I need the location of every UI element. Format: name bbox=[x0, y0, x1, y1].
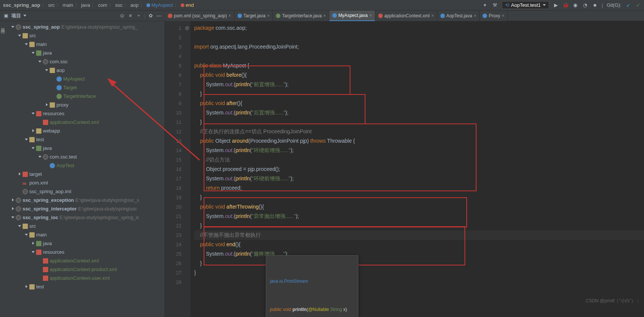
tree-toggle-icon[interactable] bbox=[17, 172, 22, 177]
tree-toggle-icon[interactable] bbox=[51, 94, 56, 99]
settings-icon[interactable]: ✿ bbox=[148, 13, 154, 19]
tree-node[interactable]: applicationContext.xml bbox=[8, 118, 164, 126]
tree-toggle-icon[interactable] bbox=[17, 224, 22, 229]
close-icon[interactable]: × bbox=[502, 13, 504, 18]
code-line[interactable]: } bbox=[194, 259, 644, 268]
profile-icon[interactable]: ◔ bbox=[582, 2, 588, 8]
tree-toggle-icon[interactable] bbox=[31, 129, 35, 133]
code-line[interactable]: public void after(){ bbox=[194, 99, 644, 108]
run-icon[interactable]: ▶ bbox=[553, 2, 559, 8]
code-line[interactable]: System.out.(println("环绕前增强......"); bbox=[194, 174, 644, 183]
debug-icon[interactable]: 🐞 bbox=[563, 2, 569, 8]
tree-toggle-icon[interactable] bbox=[44, 163, 49, 168]
tree-node[interactable]: ssc_spring_exceptionE:\gitee\java-study\… bbox=[8, 196, 164, 204]
tree-node[interactable]: ssc_spring_aop.iml bbox=[8, 187, 164, 196]
close-icon[interactable]: × bbox=[323, 13, 326, 18]
close-icon[interactable]: × bbox=[473, 13, 476, 18]
code-line[interactable] bbox=[194, 52, 644, 61]
tree-toggle-icon[interactable] bbox=[51, 77, 56, 81]
tree-toggle-icon[interactable] bbox=[31, 250, 35, 255]
tree-node[interactable]: aop bbox=[8, 66, 164, 75]
tree-toggle-icon[interactable] bbox=[17, 181, 22, 185]
tree-node[interactable]: resources bbox=[8, 109, 164, 118]
code-line[interactable]: public void end(){ bbox=[194, 240, 644, 249]
tree-node[interactable]: AopTest bbox=[8, 161, 164, 170]
tree-node[interactable]: resources bbox=[8, 248, 164, 256]
tree-node[interactable]: test bbox=[8, 135, 164, 144]
tree-node[interactable]: main bbox=[8, 230, 164, 239]
editor-tab[interactable]: AopTest.java× bbox=[437, 11, 480, 21]
tree-toggle-icon[interactable] bbox=[24, 42, 29, 47]
code-line[interactable]: public Object around(ProceedingJoinPoint… bbox=[194, 136, 644, 146]
code-line[interactable]: } bbox=[194, 117, 644, 127]
run-config-selector[interactable]: ⟲ AopTest.test1 bbox=[502, 1, 549, 9]
tree-toggle-icon[interactable] bbox=[17, 34, 22, 38]
code-line[interactable]: Object proceed = pjp.proceed(); bbox=[194, 165, 644, 174]
tree-node[interactable]: TargetInterface bbox=[8, 92, 164, 101]
code-line[interactable]: System.out.(println("环绕前增强......"); bbox=[194, 146, 644, 155]
stop-icon[interactable]: ■ bbox=[592, 2, 598, 8]
code-editor[interactable]: 1234567891011121314151617181920212223242… bbox=[165, 21, 644, 317]
tree-toggle-icon[interactable] bbox=[44, 68, 49, 73]
hammer-icon[interactable]: ⚒ bbox=[492, 2, 498, 8]
code-line[interactable] bbox=[194, 277, 644, 287]
tree-toggle-icon[interactable] bbox=[11, 207, 15, 211]
tree-toggle-icon[interactable] bbox=[24, 233, 29, 237]
tree-node[interactable]: src bbox=[8, 222, 164, 230]
code-area[interactable]: package com.ssc.aop; import org.aspectj.… bbox=[190, 21, 644, 317]
close-icon[interactable]: × bbox=[431, 13, 434, 18]
side-tool-stripe[interactable]: 项目 结构 bbox=[0, 21, 8, 317]
tree-toggle-icon[interactable] bbox=[24, 285, 29, 289]
tree-node[interactable]: com.ssc.test bbox=[8, 152, 164, 161]
code-line[interactable]: //切点方法 bbox=[194, 155, 644, 165]
tree-node[interactable]: applicationContext-user.xml bbox=[8, 274, 164, 282]
tree-toggle-icon[interactable] bbox=[38, 267, 42, 272]
code-line[interactable]: System.out.(println("最终增强......"); bbox=[194, 249, 644, 259]
tree-node[interactable]: java bbox=[8, 144, 164, 152]
code-line[interactable]: System.out.(println("前置增强......"); bbox=[194, 80, 644, 89]
tree-node[interactable]: MyAspect bbox=[8, 75, 164, 83]
tree-toggle-icon[interactable] bbox=[31, 51, 35, 55]
editor-tab[interactable]: applicationContext.xml× bbox=[375, 11, 437, 21]
code-line[interactable]: System.out.(println("后置增强......"); bbox=[194, 108, 644, 117]
editor-tab[interactable]: mpom.xml (ssc_spring_aop)× bbox=[165, 11, 234, 21]
tree-toggle-icon[interactable] bbox=[38, 59, 42, 64]
code-line[interactable]: public void afterThrowing(){ bbox=[194, 202, 644, 212]
project-tree[interactable]: ssc_spring_aopE:\gitee\java-study\spring… bbox=[8, 21, 165, 317]
code-line[interactable]: } bbox=[194, 268, 644, 277]
close-icon[interactable]: × bbox=[369, 13, 372, 18]
tree-toggle-icon[interactable] bbox=[44, 103, 49, 107]
hide-icon[interactable]: — bbox=[156, 13, 162, 19]
tree-toggle-icon[interactable] bbox=[38, 120, 42, 125]
code-line[interactable]: System.out.(println("异常抛出增强......"); bbox=[194, 212, 644, 221]
code-line[interactable]: return proceed; bbox=[194, 183, 644, 193]
tree-toggle-icon[interactable] bbox=[38, 155, 42, 159]
tree-node[interactable]: ssc_spring_interceptorE:\gitee\java-stud… bbox=[8, 204, 164, 213]
breadcrumb[interactable]: ssc_spring_aop〉src〉main〉java〉com〉ssc〉aop… bbox=[3, 2, 482, 9]
tree-node[interactable]: src bbox=[8, 31, 164, 40]
tree-node[interactable]: target bbox=[8, 170, 164, 178]
tree-toggle-icon[interactable] bbox=[11, 198, 15, 203]
tree-toggle-icon[interactable] bbox=[38, 276, 42, 280]
tree-node[interactable]: Target bbox=[8, 83, 164, 92]
expand-icon[interactable]: ≡ bbox=[128, 13, 134, 19]
editor-tab[interactable]: TargetInterface.java× bbox=[273, 11, 329, 21]
tree-toggle-icon[interactable] bbox=[24, 137, 29, 142]
tree-node[interactable]: java bbox=[8, 49, 164, 57]
tree-toggle-icon[interactable] bbox=[31, 111, 35, 116]
code-line[interactable]: public void before(){ bbox=[194, 70, 644, 80]
tree-node[interactable]: ssc_spring_aopE:\gitee\java-study\spring… bbox=[8, 23, 164, 31]
editor-tab[interactable]: Target.java× bbox=[234, 11, 273, 21]
tree-toggle-icon[interactable] bbox=[51, 85, 56, 90]
tree-node[interactable]: applicationContext.xml bbox=[8, 256, 164, 265]
locate-icon[interactable]: ⊙ bbox=[119, 13, 125, 19]
tree-toggle-icon[interactable] bbox=[31, 146, 35, 151]
tree-node[interactable]: webapp bbox=[8, 126, 164, 135]
code-line[interactable]: } bbox=[194, 89, 644, 99]
chevron-down-icon[interactable] bbox=[23, 15, 26, 17]
tree-node[interactable]: ssc_spring_iocE:\gitee\java-study\spring… bbox=[8, 213, 164, 222]
tree-node[interactable]: com.ssc bbox=[8, 57, 164, 66]
tree-toggle-icon[interactable] bbox=[11, 215, 15, 220]
code-line[interactable]: public class MyAspect { bbox=[194, 61, 644, 70]
tree-node[interactable]: mpom.xml bbox=[8, 178, 164, 187]
